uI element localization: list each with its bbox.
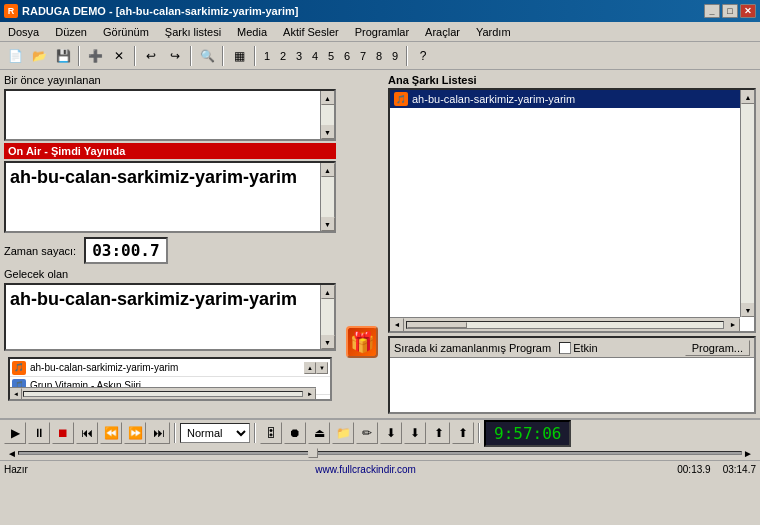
help-button[interactable]: ? <box>412 45 434 67</box>
mini-playlist-row-1[interactable]: 🎵 ah-bu-calan-sarkimiz-yarim-yarim ▲ ▼ <box>10 359 330 377</box>
right-panel: Ana Şarkı Listesi 🎵 ah-bu-calan-sarkimiz… <box>384 70 760 418</box>
view-button[interactable]: ▦ <box>228 45 250 67</box>
next-scrollbar[interactable]: ▲ ▼ <box>320 285 334 349</box>
etkin-checkbox[interactable] <box>559 342 571 354</box>
menu-programlar[interactable]: Programlar <box>351 24 413 40</box>
preset-1[interactable]: 1 <box>260 46 274 66</box>
preset-2[interactable]: 2 <box>276 46 290 66</box>
mini-scroll-up-1[interactable]: ▲ <box>304 362 316 374</box>
preset-7[interactable]: 7 <box>356 46 370 66</box>
menu-bar: Dosya Düzen Görünüm Şarkı listesi Media … <box>0 22 760 42</box>
fast-forward-button[interactable]: ⏩ <box>124 422 146 444</box>
now-scroll-up[interactable]: ▲ <box>321 163 335 177</box>
save-button[interactable]: 💾 <box>52 45 74 67</box>
menu-dosya[interactable]: Dosya <box>4 24 43 40</box>
scheduled-content <box>390 358 754 412</box>
rec-button[interactable]: ⏺ <box>284 422 306 444</box>
toolbar: 📄 📂 💾 ➕ ✕ ↩ ↪ 🔍 ▦ 1 2 3 4 5 6 7 8 9 ? <box>0 42 760 70</box>
previous-scrollbar[interactable]: ▲ ▼ <box>320 91 334 139</box>
stop-button[interactable]: ⏹ <box>52 422 74 444</box>
mini-hscroll-right[interactable]: ► <box>304 388 316 400</box>
preset-9[interactable]: 9 <box>388 46 402 66</box>
undo-button[interactable]: ↩ <box>140 45 162 67</box>
transport-sep <box>174 423 176 443</box>
now-scroll-down[interactable]: ▼ <box>321 217 335 231</box>
menu-gorunum[interactable]: Görünüm <box>99 24 153 40</box>
mini-playlist-text-1: ah-bu-calan-sarkimiz-yarim-yarim <box>30 362 178 373</box>
scroll-up-arrow[interactable]: ▲ <box>321 91 335 105</box>
up-arrow-2[interactable]: ⬆ <box>452 422 474 444</box>
volume-track[interactable] <box>18 451 742 455</box>
timer-row: Zaman sayacı: 03:00.7 <box>4 237 336 264</box>
open-button[interactable]: 📂 <box>28 45 50 67</box>
play-button[interactable]: ▶ <box>4 422 26 444</box>
maximize-button[interactable]: □ <box>722 4 738 18</box>
playlist-row-icon: 🎵 <box>394 92 408 106</box>
preset-3[interactable]: 3 <box>292 46 306 66</box>
preset-4[interactable]: 4 <box>308 46 322 66</box>
menu-araclar[interactable]: Araçlar <box>421 24 464 40</box>
playlist-row-text: ah-bu-calan-sarkimiz-yarim-yarim <box>412 93 575 105</box>
mini-hscroll-left[interactable]: ◄ <box>10 388 22 400</box>
volume-left[interactable]: ◄ <box>8 446 16 460</box>
menu-media[interactable]: Media <box>233 24 271 40</box>
now-playing-box: ah-bu-calan-sarkimiz-yarim-yarim ▲ ▼ <box>4 161 336 233</box>
mini-playlist: 🎵 ah-bu-calan-sarkimiz-yarim-yarim ▲ ▼ 🎵… <box>8 357 332 401</box>
prev-track-button[interactable]: ⏮ <box>76 422 98 444</box>
gift-icon[interactable]: 🎁 <box>346 326 378 358</box>
minimize-button[interactable]: _ <box>704 4 720 18</box>
main-playlist-vscroll[interactable]: ▲ ▼ <box>740 90 754 317</box>
preset-5[interactable]: 5 <box>324 46 338 66</box>
close-button[interactable]: ✕ <box>740 4 756 18</box>
next-track-button[interactable]: ⏭ <box>148 422 170 444</box>
redo-button[interactable]: ↪ <box>164 45 186 67</box>
transport-sep3 <box>478 423 480 443</box>
next-scroll-down[interactable]: ▼ <box>321 335 335 349</box>
status-times: 00:13.9 03:14.7 <box>677 464 756 475</box>
search-button[interactable]: 🔍 <box>196 45 218 67</box>
main-vscroll-up[interactable]: ▲ <box>741 90 755 104</box>
status-time2: 03:14.7 <box>723 464 756 475</box>
playlist-header: Ana Şarkı Listesi <box>388 74 756 86</box>
delete-button[interactable]: ✕ <box>108 45 130 67</box>
main-playlist: 🎵 ah-bu-calan-sarkimiz-yarim-yarim ▲ ▼ ◄… <box>388 88 756 333</box>
pause-button[interactable]: ⏸ <box>28 422 50 444</box>
menu-duzen[interactable]: Düzen <box>51 24 91 40</box>
previous-box: ▲ ▼ <box>4 89 336 141</box>
volume-thumb[interactable] <box>308 448 318 458</box>
menu-aktifses[interactable]: Aktif Sesler <box>279 24 343 40</box>
preset-8[interactable]: 8 <box>372 46 386 66</box>
toolbar-separator-2 <box>134 46 136 66</box>
main-playlist-hscroll[interactable]: ◄ ► <box>390 317 740 331</box>
folder-button[interactable]: 📁 <box>332 422 354 444</box>
now-playing-text: ah-bu-calan-sarkimiz-yarim-yarim <box>6 163 334 193</box>
eject-button[interactable]: ⏏ <box>308 422 330 444</box>
now-playing-scrollbar[interactable]: ▲ ▼ <box>320 163 334 231</box>
menu-sarkilistesi[interactable]: Şarkı listesi <box>161 24 225 40</box>
toolbar-separator-4 <box>222 46 224 66</box>
rewind-button[interactable]: ⏪ <box>100 422 122 444</box>
preset-6[interactable]: 6 <box>340 46 354 66</box>
volume-right[interactable]: ► <box>744 446 752 460</box>
down-arrow-2[interactable]: ⬇ <box>404 422 426 444</box>
down-arrow-1[interactable]: ⬇ <box>380 422 402 444</box>
mini-scroll-down-1[interactable]: ▼ <box>316 362 328 374</box>
main-hscroll-right[interactable]: ► <box>726 318 740 332</box>
toolbar-separator-6 <box>406 46 408 66</box>
edit-button[interactable]: ✏ <box>356 422 378 444</box>
mini-playlist-icon-1: 🎵 <box>12 361 26 375</box>
window-title: RADUGA DEMO - [ah-bu-calan-sarkimiz-yari… <box>22 5 298 17</box>
new-button[interactable]: 📄 <box>4 45 26 67</box>
add-button[interactable]: ➕ <box>84 45 106 67</box>
left-panel: Bir önce yayınlanan ▲ ▼ On Air - Şimdi Y… <box>0 70 340 418</box>
next-scroll-up[interactable]: ▲ <box>321 285 335 299</box>
playmode-dropdown[interactable]: Normal Loop Random <box>180 423 250 443</box>
menu-yardim[interactable]: Yardım <box>472 24 515 40</box>
scroll-down-arrow[interactable]: ▼ <box>321 125 335 139</box>
program-button[interactable]: Program... <box>685 340 750 356</box>
up-arrow-1[interactable]: ⬆ <box>428 422 450 444</box>
playlist-main-row-1[interactable]: 🎵 ah-bu-calan-sarkimiz-yarim-yarim <box>390 90 754 108</box>
main-vscroll-down[interactable]: ▼ <box>741 303 755 317</box>
eq-button[interactable]: 🎛 <box>260 422 282 444</box>
main-hscroll-left[interactable]: ◄ <box>390 318 404 332</box>
